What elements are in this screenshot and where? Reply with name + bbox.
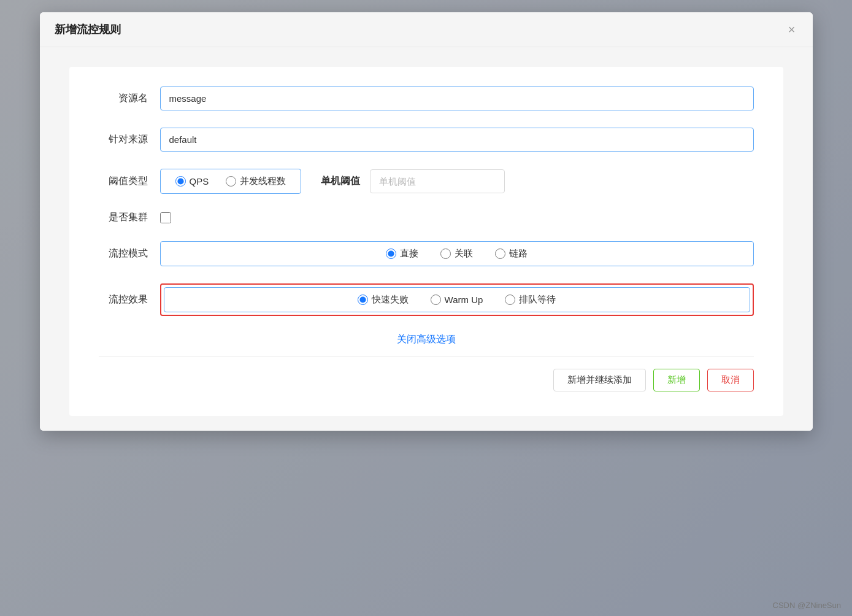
related-option[interactable]: 关联 xyxy=(440,248,473,260)
source-input[interactable] xyxy=(160,128,754,152)
single-threshold-input[interactable] xyxy=(370,169,505,193)
qps-label: QPS xyxy=(190,176,209,187)
chain-label: 链路 xyxy=(509,248,528,260)
form-divider xyxy=(99,356,754,356)
flow-effect-highlight: 快速失败 Warm Up 排队等待 xyxy=(160,283,754,316)
dialog-footer: 新增并继续添加 新增 取消 xyxy=(99,369,754,396)
direct-label: 直接 xyxy=(400,248,418,260)
threshold-type-radio-group: QPS 并发线程数 xyxy=(160,169,302,194)
add-continue-button[interactable]: 新增并继续添加 xyxy=(553,369,646,391)
chain-option[interactable]: 链路 xyxy=(495,248,528,260)
close-button[interactable]: × xyxy=(786,23,798,36)
fast-fail-label: 快速失败 xyxy=(372,294,409,306)
threshold-type-label: 阈值类型 xyxy=(99,175,160,188)
warm-up-option[interactable]: Warm Up xyxy=(431,295,483,305)
add-button[interactable]: 新增 xyxy=(653,369,700,391)
flow-mode-label: 流控模式 xyxy=(99,247,160,260)
close-advanced-button[interactable]: 关闭高级选项 xyxy=(397,333,456,346)
flow-mode-row: 流控模式 直接 关联 链路 xyxy=(99,241,754,266)
fast-fail-radio[interactable] xyxy=(358,295,368,305)
resource-name-row: 资源名 xyxy=(99,87,754,110)
warm-up-radio[interactable] xyxy=(431,295,441,305)
cluster-checkbox-row xyxy=(160,212,171,223)
flow-effect-label: 流控效果 xyxy=(99,293,160,306)
flow-effect-radio-group: 快速失败 Warm Up 排队等待 xyxy=(164,287,750,312)
dialog-title: 新增流控规则 xyxy=(55,22,121,37)
threshold-type-row: 阈值类型 QPS 并发线程数 单机阈值 xyxy=(99,169,754,194)
related-label: 关联 xyxy=(455,248,473,260)
flow-effect-row: 流控效果 快速失败 Warm Up xyxy=(99,283,754,316)
dialog: 新增流控规则 × 资源名 针对来源 阈值类型 xyxy=(40,12,813,431)
resource-name-label: 资源名 xyxy=(99,92,160,105)
qps-radio[interactable] xyxy=(175,176,186,187)
thread-radio[interactable] xyxy=(226,176,236,187)
related-radio[interactable] xyxy=(440,248,451,259)
chain-radio[interactable] xyxy=(495,248,505,259)
dialog-body: 资源名 针对来源 阈值类型 QPS xyxy=(40,47,813,431)
cluster-row: 是否集群 xyxy=(99,211,754,224)
thread-label: 并发线程数 xyxy=(240,175,286,187)
cluster-checkbox[interactable] xyxy=(160,212,171,223)
fast-fail-option[interactable]: 快速失败 xyxy=(358,294,409,306)
dialog-header: 新增流控规则 × xyxy=(40,12,813,47)
cancel-button[interactable]: 取消 xyxy=(707,369,754,391)
thread-option[interactable]: 并发线程数 xyxy=(226,175,286,187)
direct-radio[interactable] xyxy=(386,248,396,259)
form-inner: 资源名 针对来源 阈值类型 QPS xyxy=(69,67,783,416)
single-threshold-label: 单机阈值 xyxy=(321,175,360,188)
direct-option[interactable]: 直接 xyxy=(386,248,418,260)
source-row: 针对来源 xyxy=(99,128,754,152)
close-advanced-section: 关闭高级选项 xyxy=(99,333,754,346)
queue-option[interactable]: 排队等待 xyxy=(505,294,556,306)
queue-radio[interactable] xyxy=(505,295,515,305)
resource-name-input[interactable] xyxy=(160,87,754,110)
cluster-label: 是否集群 xyxy=(99,211,160,224)
queue-label: 排队等待 xyxy=(519,294,556,306)
warm-up-label: Warm Up xyxy=(445,295,483,305)
qps-option[interactable]: QPS xyxy=(175,176,209,187)
source-label: 针对来源 xyxy=(99,133,160,146)
flow-mode-radio-group: 直接 关联 链路 xyxy=(160,241,754,266)
